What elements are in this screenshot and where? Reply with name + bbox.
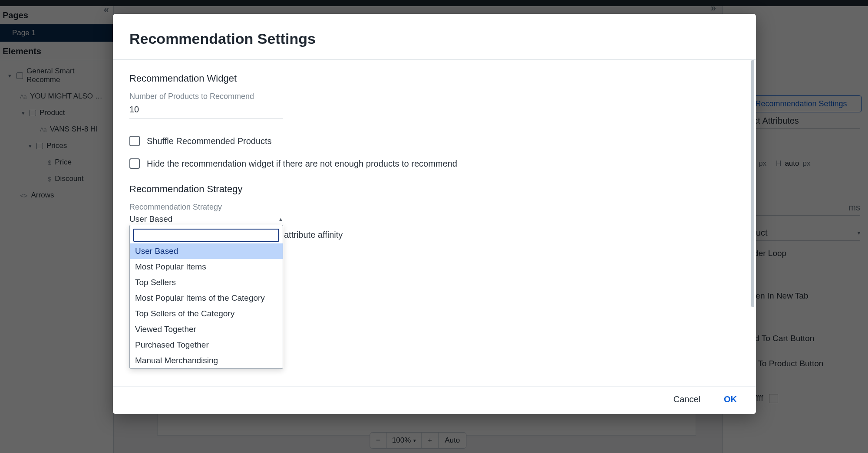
caret-up-icon: ▲ xyxy=(278,217,283,222)
recommendation-settings-dialog: Recommendation Settings Recommendation W… xyxy=(113,14,756,414)
shuffle-label: Shuffle Recommended Products xyxy=(147,136,272,146)
strategy-option[interactable]: Most Popular Items xyxy=(130,259,283,275)
shuffle-checkbox-row[interactable]: Shuffle Recommended Products xyxy=(129,136,739,146)
modal-body: Recommendation Widget Number of Products… xyxy=(113,60,756,386)
widget-section-title: Recommendation Widget xyxy=(129,73,739,84)
hide-widget-label: Hide the recommendation widget if there … xyxy=(147,159,457,169)
strategy-option[interactable]: Top Sellers of the Category xyxy=(130,306,283,322)
affinity-fragment-text: attribute affinity xyxy=(284,230,343,240)
hide-widget-checkbox-row[interactable]: Hide the recommendation widget if there … xyxy=(129,158,739,169)
modal-footer: Cancel OK xyxy=(113,386,756,414)
strategy-option[interactable]: Purchased Together xyxy=(130,337,283,353)
strategy-label: Recommendation Strategy xyxy=(129,203,739,212)
num-products-input[interactable] xyxy=(129,104,283,118)
strategy-option[interactable]: Most Popular Items of the Category xyxy=(130,290,283,306)
checkbox-icon xyxy=(129,136,140,146)
strategy-search-input[interactable] xyxy=(133,229,279,242)
ok-button[interactable]: OK xyxy=(724,394,737,404)
cancel-button[interactable]: Cancel xyxy=(673,394,700,404)
strategy-dropdown: User BasedMost Popular ItemsTop SellersM… xyxy=(129,225,283,369)
strategy-value-text: User Based xyxy=(129,214,172,224)
strategy-option[interactable]: Manual Merchandising xyxy=(130,353,283,368)
strategy-combobox[interactable]: User Based ▲ attribute affinity User Bas… xyxy=(129,214,283,226)
strategy-current-value[interactable]: User Based ▲ xyxy=(129,214,283,226)
strategy-section-title: Recommendation Strategy xyxy=(129,184,739,195)
strategy-option[interactable]: Viewed Together xyxy=(130,322,283,337)
strategy-option[interactable]: User Based xyxy=(130,243,283,259)
checkbox-icon xyxy=(129,158,140,169)
strategy-option[interactable]: Top Sellers xyxy=(130,275,283,290)
num-products-label: Number of Products to Recommend xyxy=(129,92,739,101)
modal-header: Recommendation Settings xyxy=(113,14,756,60)
modal-title: Recommendation Settings xyxy=(129,30,739,47)
